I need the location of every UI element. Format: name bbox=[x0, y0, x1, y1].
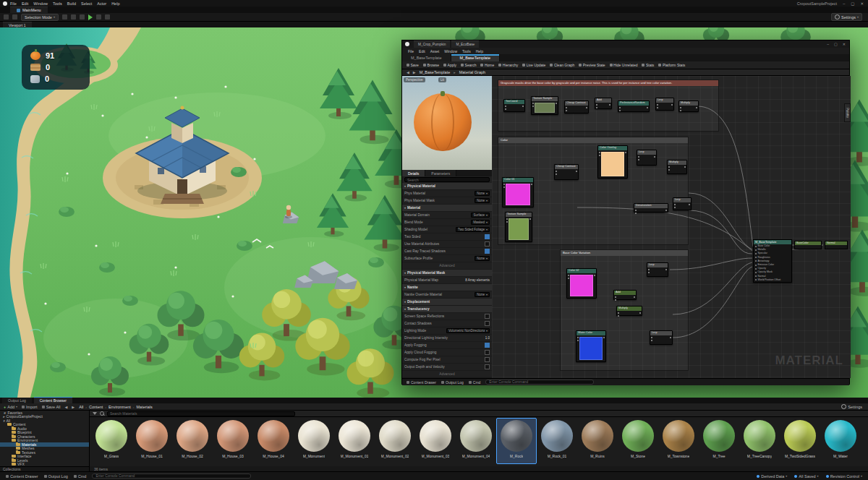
toolbar-button[interactable]: Live Update bbox=[522, 63, 545, 67]
property-checkbox[interactable] bbox=[485, 350, 490, 355]
dock-tab[interactable]: Content Browser bbox=[34, 397, 72, 403]
frame-skip-icon[interactable] bbox=[96, 14, 101, 20]
graph-node[interactable]: Cheap Contrast bbox=[554, 164, 579, 180]
asset-tile[interactable]: M_House_02 bbox=[172, 418, 213, 464]
breadcrumb-asset[interactable]: M_BaseTemplate bbox=[420, 70, 451, 74]
property-row[interactable]: Directional Lighting Intensity 1.0▾ bbox=[402, 335, 492, 342]
property-checkbox[interactable] bbox=[485, 321, 490, 326]
graph-node[interactable]: Add bbox=[595, 98, 612, 109]
property-checkbox[interactable] bbox=[485, 364, 490, 369]
graph-node[interactable]: Multiply bbox=[667, 160, 687, 174]
console-input[interactable] bbox=[485, 380, 594, 385]
asset-tab[interactable]: M_BaseTemplate bbox=[451, 54, 501, 61]
toolbar-button[interactable]: Clean Graph bbox=[550, 63, 574, 67]
asset-tab[interactable]: M_BaseTemplate bbox=[402, 54, 451, 61]
maximize-icon[interactable]: ▢ bbox=[834, 42, 838, 46]
asset-tile[interactable]: M_Monument_04 bbox=[456, 418, 496, 464]
statusbar-button[interactable]: Cmd bbox=[469, 380, 481, 385]
asset-tile[interactable]: M_TwoSidedGrass bbox=[780, 418, 820, 464]
toolbar-button[interactable]: Hierarchy bbox=[498, 63, 518, 67]
property-row[interactable]: Advanced ▾ bbox=[402, 262, 492, 270]
toolbar-button[interactable]: Hide Unrelated bbox=[610, 63, 638, 67]
toolbar-button[interactable]: Preview State bbox=[579, 63, 605, 67]
details-tab[interactable]: Details bbox=[402, 170, 425, 176]
property-row[interactable]: Material Domain Surface▾ bbox=[402, 212, 492, 219]
statusbar-button[interactable]: Output Log bbox=[441, 380, 464, 385]
details-tab[interactable]: Parameters bbox=[425, 170, 456, 176]
property-value[interactable]: Surface▾ bbox=[471, 213, 490, 218]
level-tab[interactable]: MainMenu bbox=[10, 7, 48, 13]
menu-item[interactable]: Asset bbox=[430, 49, 440, 53]
asset-tile[interactable]: M_Monument_03 bbox=[415, 418, 456, 464]
graph-node[interactable]: Add bbox=[613, 290, 637, 300]
statusbar-button[interactable]: Cmd bbox=[74, 474, 87, 479]
menu-item[interactable]: Window bbox=[33, 1, 48, 6]
toolbar-button[interactable]: Apply bbox=[443, 63, 456, 67]
asset-tile[interactable]: M_House_03 bbox=[213, 418, 253, 464]
statusbar-status[interactable]: Derived Data ▾ bbox=[757, 474, 787, 479]
asset-tile[interactable]: M_Tree bbox=[699, 418, 739, 464]
graph-node[interactable]: Color Overlay bbox=[597, 145, 628, 179]
asset-tile[interactable]: M_Monument_01 bbox=[334, 418, 375, 464]
asset-tile[interactable]: M_House_04 bbox=[253, 418, 294, 464]
dock-tab[interactable]: Output Log bbox=[2, 398, 32, 403]
graph-node[interactable]: TexCoord bbox=[503, 99, 525, 112]
graph-node[interactable]: Water Color bbox=[576, 330, 606, 362]
breadcrumb-item[interactable]: Materials› bbox=[137, 405, 153, 409]
selection-mode-dropdown[interactable]: Selection Mode▾ bbox=[21, 14, 59, 21]
palette-tab[interactable]: Palette bbox=[844, 103, 851, 122]
property-row[interactable]: Phys Material Mask None▾ bbox=[402, 197, 492, 205]
graph-node[interactable]: PerInstanceRandom bbox=[618, 100, 650, 112]
details-search-input[interactable] bbox=[404, 177, 490, 182]
graph-node[interactable]: Multiply bbox=[616, 306, 642, 316]
menu-item[interactable]: Edit bbox=[22, 1, 28, 6]
menu-item[interactable]: Actor bbox=[97, 1, 106, 6]
viewport-tab[interactable]: Viewport 1 bbox=[3, 22, 32, 27]
menu-item[interactable]: Edit bbox=[419, 49, 425, 53]
back-icon[interactable]: ◀ bbox=[65, 405, 68, 409]
statusbar-status[interactable]: All Saved ▾ bbox=[794, 474, 818, 479]
asset-tile[interactable]: M_House_01 bbox=[132, 418, 172, 464]
asset-tile[interactable]: M_Monument bbox=[294, 418, 334, 464]
graph-node[interactable]: Texture Sample bbox=[505, 212, 532, 242]
menu-item[interactable]: Help bbox=[476, 49, 483, 53]
graph-node[interactable]: Lerp bbox=[673, 197, 692, 210]
property-row[interactable]: Use Material Attributes ▾ bbox=[402, 241, 492, 248]
menu-item[interactable]: Tools bbox=[462, 49, 471, 53]
stop-icon[interactable] bbox=[105, 14, 110, 20]
property-value[interactable]: None▾ bbox=[475, 256, 490, 261]
asset-tile[interactable]: M_TreeCanopy bbox=[739, 418, 780, 464]
graph-node[interactable]: Lerp bbox=[655, 98, 674, 111]
window-doc-tab[interactable]: M_EcoBase bbox=[451, 40, 479, 48]
close-icon[interactable]: ✕ bbox=[843, 42, 846, 46]
property-value[interactable]: None▾ bbox=[475, 292, 490, 297]
property-checkbox[interactable] bbox=[485, 249, 490, 254]
property-row[interactable]: Blend Mode Masked▾ bbox=[402, 219, 492, 226]
import-button[interactable]: Import bbox=[22, 405, 38, 409]
property-checkbox[interactable] bbox=[485, 343, 490, 348]
property-row[interactable]: Nanite ▾ bbox=[402, 284, 492, 291]
named-reroute-node[interactable]: BaseColor bbox=[794, 241, 822, 249]
save-icon[interactable] bbox=[12, 14, 17, 20]
statusbar-button[interactable]: Output Log bbox=[44, 474, 68, 479]
filter-icon[interactable] bbox=[93, 412, 97, 415]
menu-item[interactable]: File bbox=[10, 1, 17, 6]
property-row[interactable]: Nanite Override Material None▾ bbox=[402, 291, 492, 299]
property-value[interactable]: Two Sided Foliage▾ bbox=[456, 227, 490, 232]
console-input[interactable] bbox=[92, 473, 251, 479]
projection-dropdown[interactable]: Perspective bbox=[404, 77, 425, 82]
property-checkbox[interactable] bbox=[485, 314, 490, 319]
graph-node[interactable]: Color 01 bbox=[502, 177, 534, 207]
hamburger-icon[interactable] bbox=[4, 14, 9, 20]
property-row[interactable]: Advanced ▾ bbox=[402, 371, 492, 378]
breadcrumb-item[interactable]: All› bbox=[79, 405, 87, 409]
toolbar-button[interactable]: Platform Stats bbox=[658, 63, 685, 67]
graph-node[interactable]: Texture Sample bbox=[531, 96, 558, 115]
asset-tile[interactable]: M_Water bbox=[820, 418, 861, 464]
property-row[interactable]: Compute Fog Per Pixel ▾ bbox=[402, 356, 492, 364]
breadcrumb-item[interactable]: Environment› bbox=[109, 405, 135, 409]
scale-tool-icon[interactable] bbox=[80, 14, 85, 20]
minimize-icon[interactable]: – bbox=[843, 1, 845, 6]
menu-item[interactable]: Build bbox=[67, 1, 76, 6]
forward-icon[interactable]: ▶ bbox=[72, 405, 75, 409]
